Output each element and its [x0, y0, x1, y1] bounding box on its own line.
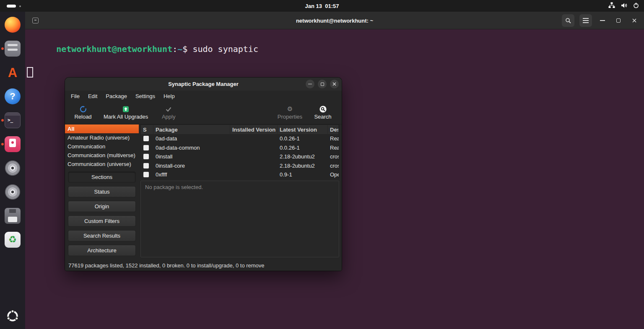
custom-filters-button[interactable]: Custom Filters [68, 215, 136, 227]
dock-item-files[interactable] [3, 39, 22, 59]
apply-button[interactable]: Apply [157, 106, 180, 120]
section-item-communication[interactable]: Communication [65, 142, 139, 151]
clock[interactable]: Jan 13 01:57 [0, 0, 644, 12]
menu-settings[interactable]: Settings [131, 92, 159, 101]
terminal-maximize-button[interactable] [613, 14, 624, 27]
table-row[interactable]: 0ad-data 0.0.26-1 Real- [141, 134, 339, 143]
package-checkbox[interactable] [143, 154, 149, 159]
column-header-s[interactable]: S [141, 125, 153, 134]
terminal-search-button[interactable] [562, 14, 574, 27]
gear-icon: ⚙ [287, 105, 293, 113]
terminal-minimize-button[interactable] [597, 14, 608, 27]
column-header-package[interactable]: Package [153, 125, 230, 134]
table-header-row: S Package Installed Version Latest Versi… [141, 125, 339, 134]
volume-icon [621, 3, 628, 10]
app-store-icon: A [5, 65, 21, 80]
section-item-amateur-radio[interactable]: Amateur Radio (universe) [65, 133, 139, 142]
section-item-all[interactable]: All [65, 124, 139, 133]
dock-item-firefox[interactable] [3, 15, 22, 35]
minimize-icon [600, 20, 605, 21]
close-icon [332, 82, 337, 86]
terminal-titlebar[interactable]: networkhunt@networkhunt: ~ [25, 12, 644, 29]
search-button[interactable]: Search [312, 106, 334, 120]
column-header-latest[interactable]: Latest Version [278, 125, 328, 134]
package-details-pane: No package is selected. [140, 181, 339, 257]
terminal-icon: >_ [5, 112, 21, 128]
table-row[interactable]: 0install-core 2.18-2ubuntu2 cross [141, 161, 339, 171]
synaptic-close-button[interactable] [330, 80, 339, 88]
menu-file[interactable]: File [67, 92, 84, 101]
package-checkbox[interactable] [143, 145, 149, 150]
help-icon: ? [5, 88, 21, 104]
show-applications-button[interactable] [6, 310, 19, 324]
synaptic-menubar: File Edit Package Settings Help [65, 91, 342, 102]
menu-help[interactable]: Help [159, 92, 179, 101]
package-checkbox[interactable] [143, 136, 149, 141]
prompt-path: ~ [177, 44, 182, 54]
dock-item-terminal[interactable]: >_ [3, 110, 22, 130]
menu-edit[interactable]: Edit [84, 92, 101, 101]
dock-item-cd-1[interactable] [3, 158, 22, 178]
terminal-cursor [27, 67, 33, 78]
dock-item-app-store[interactable]: A [3, 62, 22, 83]
terminal-content[interactable]: networkhunt@networkhunt:~$ sudo synaptic [25, 29, 644, 78]
dock-item-floppy[interactable] [3, 206, 22, 226]
typed-command: sudo synaptic [192, 44, 258, 54]
terminal-close-button[interactable] [629, 14, 640, 27]
apply-check-icon [165, 106, 172, 113]
package-checkbox[interactable] [143, 163, 149, 168]
mark-all-upgrades-button[interactable]: Mark All Upgrades [104, 106, 148, 120]
dock: A ? >_ ♻ [0, 12, 25, 329]
media-writer-icon [5, 136, 21, 152]
power-icon [633, 3, 639, 10]
search-results-button[interactable]: Search Results [68, 230, 136, 241]
filter-button-group: Sections Status Origin Custom Filters Se… [65, 171, 139, 256]
column-header-installed[interactable]: Installed Version [230, 125, 278, 134]
menu-package[interactable]: Package [101, 92, 131, 101]
close-icon [631, 18, 637, 23]
hamburger-icon [583, 20, 589, 21]
table-row[interactable]: 0xffff 0.9-1 Oper [141, 170, 339, 179]
help-question-glyph: ? [10, 91, 15, 102]
sections-button[interactable]: Sections [68, 171, 136, 183]
package-checkbox[interactable] [143, 172, 149, 177]
synaptic-window-title: Synaptic Package Manager [168, 81, 239, 87]
terminal-prompt-line: networkhunt@networkhunt:~$ sudo synaptic [26, 32, 644, 66]
architecture-button[interactable]: Architecture [68, 245, 136, 256]
reload-button[interactable]: Reload [72, 106, 94, 120]
dock-item-help[interactable]: ? [3, 86, 22, 106]
network-icon [608, 2, 615, 10]
system-tray[interactable] [608, 0, 639, 12]
recycle-glyph: ♻ [8, 235, 17, 244]
terminal-prompt-glyph: >_ [8, 117, 13, 123]
maximize-icon [321, 83, 324, 86]
properties-button[interactable]: ⚙ Properties [278, 105, 302, 120]
sections-sidebar: All Amateur Radio (universe) Communicati… [65, 124, 139, 261]
files-icon [5, 41, 21, 57]
prompt-user-host: networkhunt@networkhunt [56, 44, 172, 54]
app-store-letter: A [8, 66, 17, 79]
synaptic-main-area: All Amateur Radio (universe) Communicati… [65, 124, 342, 261]
section-item-communication-universe[interactable]: Communication (universe) [65, 160, 139, 168]
synaptic-maximize-button[interactable] [318, 80, 327, 88]
floppy-icon [5, 208, 21, 224]
terminal-menu-button[interactable] [579, 14, 592, 27]
origin-button[interactable]: Origin [68, 201, 136, 212]
status-button[interactable]: Status [68, 186, 136, 197]
table-row[interactable]: 0ad-data-common 0.0.26-1 Real- [141, 143, 339, 153]
package-table: S Package Installed Version Latest Versi… [140, 124, 339, 179]
package-panel: S Package Installed Version Latest Versi… [139, 124, 342, 261]
dock-item-cd-2[interactable] [3, 182, 22, 202]
dock-item-trash[interactable]: ♻ [3, 230, 22, 250]
prompt-symbol: $ [182, 44, 192, 54]
upgrade-icon [122, 106, 129, 113]
synaptic-status-bar: 77619 packages listed, 1522 installed, 0… [65, 261, 342, 271]
column-header-description[interactable]: Desc [328, 125, 339, 134]
table-row[interactable]: 0install 2.18-2ubuntu2 cross [141, 152, 339, 161]
top-bar: Jan 13 01:57 [0, 0, 644, 12]
dock-item-media-writer[interactable] [3, 134, 22, 154]
synaptic-titlebar[interactable]: Synaptic Package Manager [65, 78, 342, 91]
section-item-communication-multiverse[interactable]: Communication (multiverse) [65, 151, 139, 160]
synaptic-minimize-button[interactable] [306, 80, 314, 88]
synaptic-window: Synaptic Package Manager File Edit Packa… [65, 78, 342, 271]
